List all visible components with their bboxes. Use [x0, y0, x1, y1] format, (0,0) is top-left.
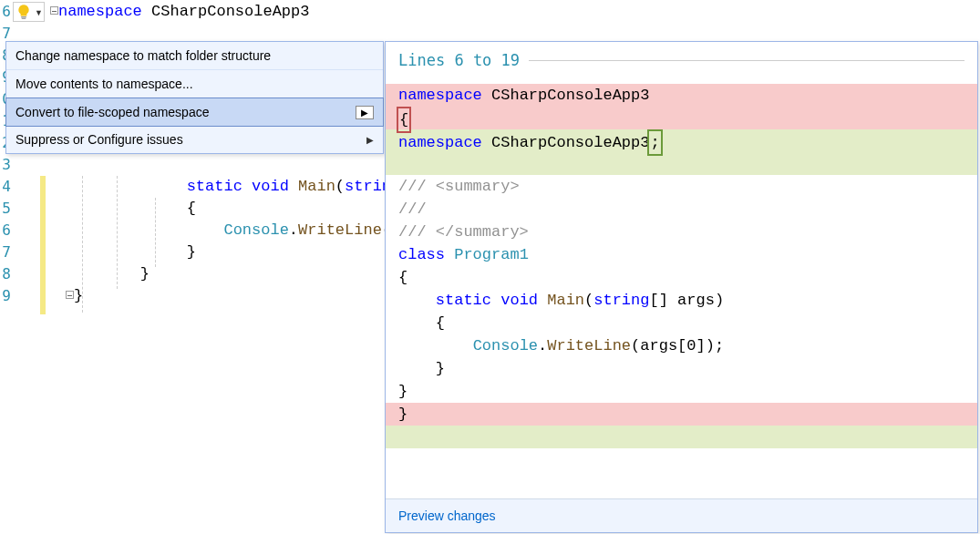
indent-guide	[155, 198, 156, 267]
divider	[529, 60, 965, 61]
menu-item-label: Suppress or Configure issues	[15, 132, 183, 147]
indent-guide	[117, 176, 118, 289]
editor-content[interactable]: namespace CSharpConsoleApp3	[50, 1, 980, 23]
diff-added-line	[386, 152, 977, 175]
diff-context-line: static void Main(string[] args)	[386, 289, 977, 312]
menu-item-move-contents[interactable]: Move contents to namespace...	[6, 70, 383, 98]
diff-context-line: /// <summary>	[386, 175, 977, 198]
change-indicator	[40, 176, 46, 314]
preview-header: Lines 6 to 19	[386, 42, 977, 75]
menu-item-label: Convert to file-scoped namespace	[15, 105, 209, 119]
preview-diff: namespace CSharpConsoleApp3 { namespace …	[386, 75, 977, 448]
diff-context-line: Console.WriteLine(args[0]);	[386, 334, 977, 357]
menu-item-convert-file-scoped[interactable]: Convert to file-scoped namespace ▶	[5, 98, 384, 127]
diff-context-line: {	[386, 266, 977, 289]
diff-context-line: class Program1	[386, 243, 977, 266]
preview-footer: Preview changes	[386, 498, 977, 532]
submenu-arrow-icon: ▶	[356, 106, 374, 119]
diff-added-line	[386, 426, 977, 448]
indent-guide	[82, 176, 83, 313]
menu-item-suppress-configure[interactable]: Suppress or Configure issues ▶	[6, 126, 383, 153]
menu-item-label: Change namespace to match folder structu…	[15, 48, 271, 63]
submenu-arrow-icon: ▶	[366, 135, 374, 145]
diff-context-line: {	[386, 312, 977, 334]
diff-context-line: ///	[386, 198, 977, 221]
chevron-down-icon: ▼	[35, 8, 42, 15]
code-line: namespace CSharpConsoleApp3	[50, 1, 980, 23]
lightbulb-button[interactable]: ▼	[13, 2, 45, 22]
svg-rect-1	[22, 18, 26, 19]
outline-collapse-icon[interactable]	[66, 291, 74, 299]
menu-item-label: Move contents to namespace...	[15, 77, 193, 91]
preview-changes-link[interactable]: Preview changes	[398, 508, 496, 523]
diff-context-line: }	[386, 357, 977, 380]
outline-collapse-icon[interactable]	[50, 6, 58, 15]
menu-item-change-namespace[interactable]: Change namespace to match folder structu…	[6, 42, 383, 70]
diff-context-line: }	[386, 380, 977, 403]
diff-context-line: /// </summary>	[386, 221, 977, 243]
preview-header-text: Lines 6 to 19	[398, 51, 520, 69]
svg-rect-0	[21, 16, 26, 17]
diff-removed-line: {	[386, 107, 977, 129]
diff-removed-line: namespace CSharpConsoleApp3	[386, 84, 977, 107]
diff-added-line: namespace CSharpConsoleApp3;	[386, 129, 977, 152]
diff-removed-line: }	[386, 403, 977, 426]
preview-panel: Lines 6 to 19 namespace CSharpConsoleApp…	[385, 41, 978, 533]
lightbulb-icon	[15, 4, 32, 20]
quick-actions-menu: Change namespace to match folder structu…	[5, 41, 384, 154]
